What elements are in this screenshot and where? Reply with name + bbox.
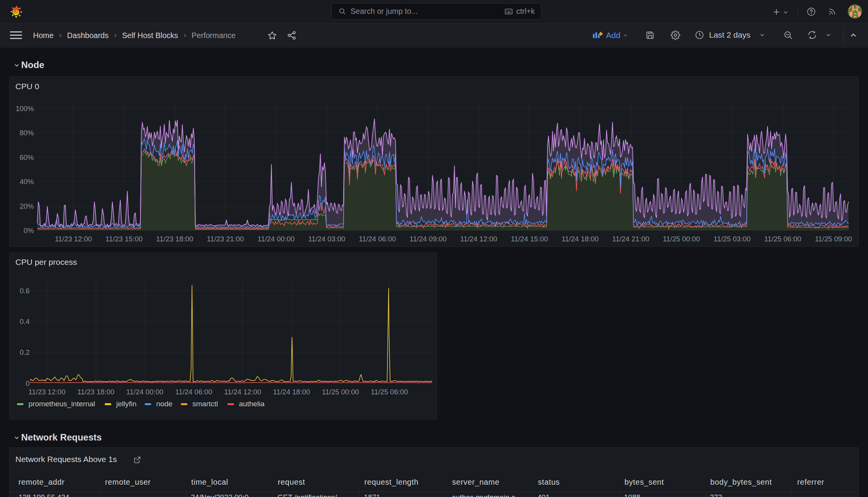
svg-text:11/24 21:00: 11/24 21:00	[612, 235, 649, 243]
svg-text:11/24 18:00: 11/24 18:00	[561, 235, 598, 243]
svg-text:11/23 18:00: 11/23 18:00	[156, 235, 193, 243]
svg-text:11/24 00:00: 11/24 00:00	[257, 235, 294, 243]
svg-text:60%: 60%	[20, 153, 34, 161]
svg-text:80%: 80%	[20, 129, 34, 137]
svg-text:11/23 15:00: 11/23 15:00	[105, 235, 142, 243]
svg-text:11/24 06:00: 11/24 06:00	[359, 235, 396, 243]
svg-text:11/23 12:00: 11/23 12:00	[55, 235, 92, 243]
svg-text:11/24 15:00: 11/24 15:00	[511, 235, 548, 243]
svg-text:11/25 06:00: 11/25 06:00	[764, 235, 801, 243]
svg-text:40%: 40%	[20, 178, 34, 186]
svg-text:11/25 03:00: 11/25 03:00	[714, 235, 751, 243]
svg-text:0%: 0%	[23, 226, 34, 234]
svg-text:11/24 12:00: 11/24 12:00	[460, 235, 497, 243]
svg-text:11/24 09:00: 11/24 09:00	[409, 235, 446, 243]
svg-text:11/25 00:00: 11/25 00:00	[663, 235, 700, 243]
svg-text:100%: 100%	[16, 105, 34, 113]
svg-text:11/23 21:00: 11/23 21:00	[207, 235, 244, 243]
svg-text:11/24 03:00: 11/24 03:00	[308, 235, 345, 243]
svg-text:11/25 09:00: 11/25 09:00	[815, 235, 852, 243]
svg-text:20%: 20%	[20, 202, 34, 210]
